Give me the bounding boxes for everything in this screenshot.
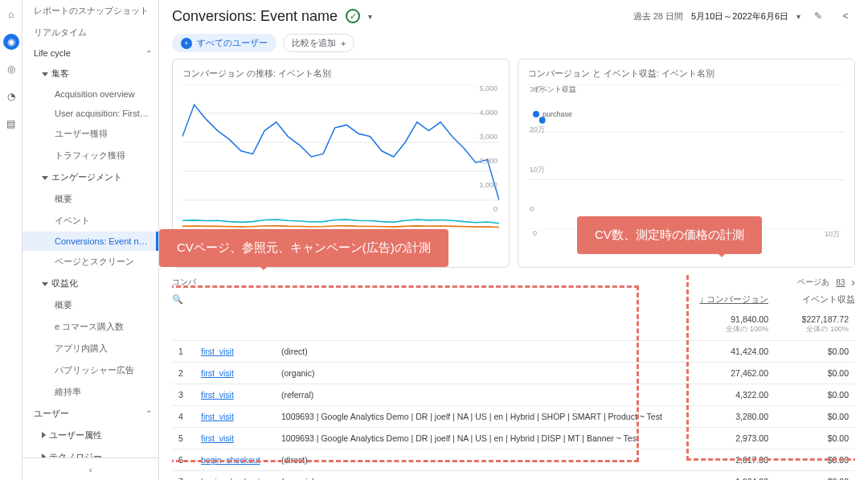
sidebar-item[interactable]: ページとスクリーン [23,251,158,273]
sidebar-item-label: e コマース購入数 [55,322,124,331]
table-row: 4first_visit1009693 | Google Analytics D… [172,406,855,428]
chevron-icon [42,282,48,286]
advertising-icon[interactable]: ◔ [3,88,19,105]
row-index: 6 [172,449,194,471]
chart-title: コンバージョン と イベント収益: イベント名別 [528,68,845,80]
conversion-cell: 3,280.00 [694,406,775,428]
sidebar-item[interactable]: ユーザー属性 [23,425,158,446]
sidebar-item[interactable]: Acquisition overview [23,84,158,104]
page-title: Conversions: Event name [172,8,338,25]
main-content: Conversions: Event name ✓ ▾ 過去 28 日間 5月1… [159,0,868,480]
row-index: 4 [172,406,194,428]
sidebar-item[interactable]: エンゲージメント [23,166,158,188]
sidebar: レポートのスナップショットリアルタイムLife cycle⌃集客Acquisit… [23,0,159,480]
search-icon[interactable]: 🔍 [172,294,183,305]
sidebar-item[interactable]: User acquisition: First user ... [23,104,158,123]
sidebar-item[interactable]: リアルタイム [23,22,158,43]
customize-icon[interactable]: ✎ [809,6,828,26]
table-row: 5first_visit1009693 | Google Analytics D… [172,428,855,449]
share-icon[interactable]: < [836,6,855,26]
sidebar-item-label: ユーザー属性 [49,430,102,440]
sidebar-item-label: 収益化 [51,278,78,288]
all-users-label: すべてのユーザー [197,37,268,49]
revenue-cell: $0.00 [775,341,855,363]
sidebar-item[interactable]: 概要 [23,294,158,316]
reports-icon[interactable]: ◉ [3,34,19,50]
campaign-cell: (direct) [275,341,694,363]
sidebar-item-label: エンゲージメント [51,172,122,182]
event-link[interactable]: first_visit [201,368,234,378]
add-comparison-chip[interactable]: 比較を追加 + [283,34,354,52]
sidebar-item-label: 概要 [55,300,72,310]
sidebar-item[interactable]: ユーザー獲得 [23,123,158,145]
row-index: 7 [172,471,194,481]
rows-per-page-value[interactable]: 83 [836,278,845,287]
home-icon[interactable]: ⌂ [3,6,19,23]
sidebar-item[interactable]: パブリッシャー広告 [23,359,158,381]
event-link[interactable]: first_visit [201,412,234,421]
chevron-icon [42,176,48,180]
row-index: 3 [172,384,194,406]
sidebar-item[interactable]: 集客 [23,63,158,84]
conversion-cell: 2,973.00 [694,428,775,449]
data-table: 91,840.00 全体の 100% $227,187.72 全体の 100% … [172,309,855,480]
data-table-wrap: コンバ ページあ 83 › 🔍 ↓ コンバージョン イベント収益 91,840.… [172,274,855,480]
icon-rail: ⌂ ◉ ◎ ◔ ▤ [0,0,23,480]
line-chart: 5,0004,0003,0002,0001,0000 [182,84,499,229]
col-conversion-header[interactable]: ↓ コンバージョン [688,293,768,306]
event-link[interactable]: begin_checkout [201,477,260,480]
chart-title: コンバージョン の推移: イベント名別 [182,68,499,80]
sidebar-item-label: Acquisition overview [55,89,135,99]
sidebar-item-label: トラフィック獲得 [55,150,125,160]
sidebar-item[interactable]: アプリ内購入 [23,338,158,359]
annotation-left: CVページ、参照元、キャンペーン(広告)の計測 [159,229,448,267]
compare-label: 比較を追加 [292,37,336,49]
sidebar-item[interactable]: 維持率 [23,381,158,403]
table-search-row: 🔍 ↓ コンバージョン イベント収益 [172,290,855,309]
rows-per-page-label: ページあ [797,277,829,288]
sidebar-item-label: 維持率 [55,387,81,396]
sidebar-item[interactable]: ユーザー⌃ [23,403,158,425]
sidebar-item-label: 概要 [55,194,72,203]
row-index: 1 [172,341,194,363]
date-range[interactable]: 5月10日～2022年6月6日 [691,10,788,23]
sidebar-item-label: ユーザー獲得 [55,129,108,138]
sidebar-item[interactable]: レポートのスナップショット [23,0,158,22]
event-link[interactable]: first_visit [201,347,234,356]
col-revenue-header[interactable]: イベント収益 [775,293,855,306]
search-input[interactable] [190,295,338,305]
sidebar-item-label: アプリ内購入 [55,343,108,353]
sidebar-collapse-button[interactable]: ‹ [23,457,158,480]
sidebar-item-label: 集客 [51,68,69,78]
sidebar-item[interactable]: e コマース購入数 [23,316,158,338]
chevron-down-icon[interactable]: ▾ [368,12,372,21]
explore-icon[interactable]: ◎ [3,61,19,77]
all-users-chip[interactable]: + すべてのユーザー [172,34,276,52]
sidebar-item[interactable]: イベント [23,210,158,232]
sidebar-item[interactable]: Conversions: Event name [23,232,158,251]
sidebar-item[interactable]: Life cycle⌃ [23,43,158,63]
sidebar-item-label: レポートのスナップショット [34,6,149,15]
chevron-down-icon[interactable]: ▾ [796,12,800,21]
sidebar-item[interactable]: トラフィック獲得 [23,145,158,166]
table-totals-row: 91,840.00 全体の 100% $227,187.72 全体の 100% [172,309,855,341]
plus-icon: + [341,39,346,48]
campaign-cell: 1009693 | Google Analytics Demo | DR | j… [275,406,694,428]
date-range-prefix: 過去 28 日間 [633,10,683,23]
plus-icon: + [181,38,192,49]
total-conversion: 91,840.00 [701,314,768,324]
table-row: 7begin_checkout(organic)1,964.00$0.00 [172,471,855,481]
configure-icon[interactable]: ▤ [3,116,19,132]
event-link[interactable]: first_visit [201,390,234,400]
event-link[interactable]: begin_checkout [201,455,260,465]
sidebar-item-label: User acquisition: First user ... [55,109,158,118]
sidebar-item[interactable]: 概要 [23,188,158,210]
sidebar-item-label: パブリッシャー広告 [55,365,134,375]
sidebar-item[interactable]: 収益化 [23,273,158,294]
next-page-icon[interactable]: › [851,276,855,289]
event-link[interactable]: first_visit [201,433,234,443]
status-check-icon: ✓ [346,9,360,23]
conversion-cell: 4,322.00 [694,384,775,406]
scatter-chart: イベント収益 purchase 30万20万10万0 [528,84,845,229]
table-row: 2first_visit(organic)27,462.00$0.00 [172,363,855,384]
